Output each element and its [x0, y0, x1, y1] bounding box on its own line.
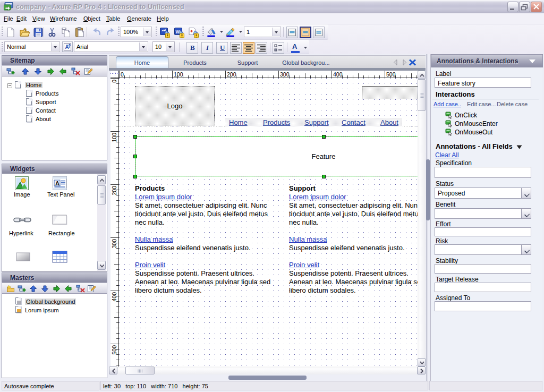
svg-text:A: A — [55, 180, 60, 186]
svg-text:A: A — [65, 44, 69, 50]
